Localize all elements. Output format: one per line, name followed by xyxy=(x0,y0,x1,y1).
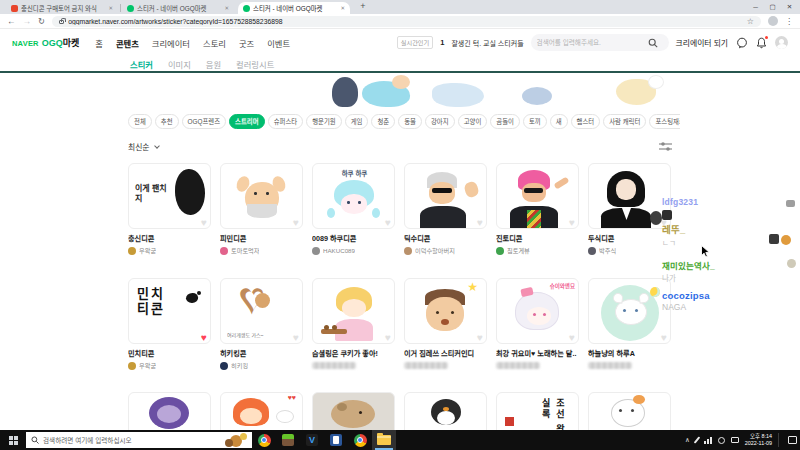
chip-cat[interactable]: 고양이 xyxy=(458,114,488,129)
start-button[interactable] xyxy=(0,430,26,450)
browser-menu-icon[interactable]: ⋮ xyxy=(785,17,793,26)
product-card[interactable] xyxy=(312,392,395,430)
chip-recommend[interactable]: 추천 xyxy=(155,114,179,129)
tab-image[interactable]: 이미지 xyxy=(168,58,191,70)
product-card[interactable]: ♥ 슴셜링은 쿠키가 좋아! xyxy=(312,278,395,370)
wishlist-heart-icon[interactable]: ♥ xyxy=(293,218,299,228)
chip-all[interactable]: 전체 xyxy=(128,114,152,129)
battery-icon[interactable] xyxy=(731,437,739,443)
menu-contents-active[interactable]: 콘텐츠 xyxy=(116,37,139,49)
action-center-icon[interactable] xyxy=(788,436,797,444)
network-icon[interactable] xyxy=(704,437,712,444)
product-author[interactable]: 이덕수할아버지 xyxy=(404,246,487,255)
pen-icon[interactable] xyxy=(693,436,700,443)
product-card[interactable] xyxy=(588,392,671,430)
ticker-text[interactable]: 잘생긴 턱. 교실 스티커들 xyxy=(451,38,523,48)
wishlist-heart-icon[interactable]: ♥ xyxy=(661,333,667,343)
tab-sticker-active[interactable]: 스티커 xyxy=(130,58,153,70)
product-card[interactable] xyxy=(404,392,487,430)
wishlist-heart-icon[interactable]: ♥ xyxy=(661,218,667,228)
product-card[interactable]: ♥ 두식디콘 박주식 xyxy=(588,163,671,255)
wishlist-heart-icon[interactable]: ♥ xyxy=(201,218,207,228)
product-card[interactable]: ♥ 딕수디콘 이덕수할아버지 xyxy=(404,163,487,255)
site-search[interactable] xyxy=(531,34,669,51)
taskbar-app-minecraft[interactable] xyxy=(276,430,300,450)
refresh-button[interactable]: ↻ xyxy=(38,17,45,26)
product-card[interactable]: ♥ 피민디콘 토마토먹자 xyxy=(220,163,303,255)
product-card[interactable]: ♥♥ xyxy=(220,392,303,430)
promo-banner[interactable] xyxy=(0,73,800,113)
close-button[interactable]: ✕ xyxy=(781,0,798,14)
chip-bear[interactable]: 곰돌이 xyxy=(490,114,520,129)
wishlist-heart-icon[interactable]: ♥ xyxy=(477,333,483,343)
product-card[interactable]: ♥ ♥ 여리게생도 가스~ ♥ 히키킹콘 히키킹 xyxy=(220,278,303,370)
hidden-icons-button[interactable]: ∧ xyxy=(685,437,690,444)
chip-hamster[interactable]: 햄스터 xyxy=(571,114,601,129)
browser-tab-1[interactable]: 충신디콘 구매토어 금지 와식 ✕ xyxy=(6,2,118,14)
product-author[interactable]: HAKUC089 xyxy=(312,246,395,255)
wishlist-heart-icon[interactable]: ♥ xyxy=(569,333,575,343)
product-author[interactable]: 우왁굳 xyxy=(128,361,211,370)
minimize-button[interactable]: ─ xyxy=(747,0,764,14)
product-card[interactable]: 민치티콘 ♥ 민치티콘 우왁굳 xyxy=(128,278,211,370)
product-card[interactable]: 슈이와앤묘 ♥ 최강 귀요미♥ 노래하는 달.. xyxy=(496,278,579,370)
volume-icon[interactable] xyxy=(718,437,725,444)
taskbar-app-vscode[interactable]: V xyxy=(300,430,324,450)
maximize-button[interactable]: ▢ xyxy=(764,0,781,14)
taskbar-clock[interactable]: 오후 8:14 2022-11-09 xyxy=(745,433,772,448)
search-icon[interactable] xyxy=(648,38,658,48)
menu-story[interactable]: 스토리 xyxy=(203,37,226,49)
wishlist-heart-icon[interactable]: ♥ xyxy=(477,218,483,228)
wishlist-heart-icon[interactable]: ♥ xyxy=(569,218,575,228)
chip-superstar[interactable]: 슈퍼스타 xyxy=(268,114,304,129)
product-card[interactable]: ♥ 진토디콘 침토게뷰 xyxy=(496,163,579,255)
taskbar-search-input[interactable] xyxy=(43,437,183,444)
become-creator-link[interactable]: 크리에이터 되기 xyxy=(676,37,728,48)
taskbar-search-box[interactable] xyxy=(26,432,252,448)
product-author[interactable]: 우왁굳 xyxy=(128,246,211,255)
product-card[interactable]: 이게 팬치지 ♥ 충신디콘 우왁굳 xyxy=(128,163,211,255)
site-logo[interactable]: NAVER OGQ마켓 xyxy=(12,36,79,49)
chip-bird[interactable]: 새 xyxy=(550,114,568,129)
new-tab-button[interactable]: + xyxy=(356,1,370,11)
taskbar-app-chrome-2[interactable] xyxy=(348,430,372,450)
bookmark-star-icon[interactable]: ☆ xyxy=(747,17,754,26)
search-input[interactable] xyxy=(537,39,645,46)
product-author[interactable]: 박주식 xyxy=(588,246,671,255)
product-card[interactable]: ★ ♥ 이거 짐레쓰 스티커인디 xyxy=(404,278,487,370)
menu-home[interactable]: 홈 xyxy=(95,37,103,49)
menu-creator[interactable]: 크리에이터 xyxy=(152,37,190,49)
tab-close-icon[interactable]: ✕ xyxy=(340,5,345,11)
taskbar-app-blue[interactable] xyxy=(324,430,348,450)
user-avatar[interactable] xyxy=(775,36,788,49)
wishlist-heart-icon[interactable]: ♥ xyxy=(385,218,391,228)
product-author[interactable]: 토마토먹자 xyxy=(220,246,303,255)
chip-person-character[interactable]: 사람 캐릭터 xyxy=(603,114,646,129)
tab-coloring-sheet[interactable]: 컬러링시트 xyxy=(236,58,274,70)
chat-bubble-icon[interactable] xyxy=(735,36,748,49)
product-card[interactable]: ♥ 하늘냥의 하루A xyxy=(588,278,671,370)
product-author[interactable]: 히키킹 xyxy=(220,361,303,370)
notification-bell-icon[interactable] xyxy=(755,36,768,49)
chip-posting[interactable]: 포스팅재료 xyxy=(649,114,680,129)
forward-button[interactable]: → xyxy=(23,17,32,26)
chip-luck[interactable]: 행운기원 xyxy=(306,114,342,129)
browser-profile-avatar[interactable] xyxy=(768,16,778,26)
chip-youth[interactable]: 청춘 xyxy=(371,114,395,129)
menu-goods[interactable]: 굿즈 xyxy=(239,37,254,49)
address-bar[interactable]: ogqmarket.naver.com/artworks/sticker?cat… xyxy=(52,16,761,27)
product-card[interactable] xyxy=(128,392,211,430)
back-button[interactable]: ← xyxy=(7,17,16,26)
wishlist-heart-icon[interactable]: ♥ xyxy=(293,333,299,343)
chip-ogq-friends[interactable]: OGQ프렌즈 xyxy=(182,114,227,129)
product-card[interactable]: 하쿠 하쿠 ♥ 0089 하쿠디콘 HAKUC089 xyxy=(312,163,395,255)
chip-dog[interactable]: 강아지 xyxy=(425,114,455,129)
chip-game[interactable]: 게임 xyxy=(345,114,369,129)
view-options-icon[interactable] xyxy=(659,141,672,152)
browser-tab-2[interactable]: 스티커 - 네이버 OGQ마켓 ✕ xyxy=(122,2,234,14)
wishlist-heart-icon-liked[interactable]: ♥ xyxy=(201,333,207,343)
chip-streamer-selected[interactable]: 스트리머 xyxy=(229,114,265,129)
chip-rabbit[interactable]: 토끼 xyxy=(523,114,547,129)
tab-sound[interactable]: 음원 xyxy=(206,58,221,70)
tab-close-icon[interactable]: ✕ xyxy=(224,5,229,11)
